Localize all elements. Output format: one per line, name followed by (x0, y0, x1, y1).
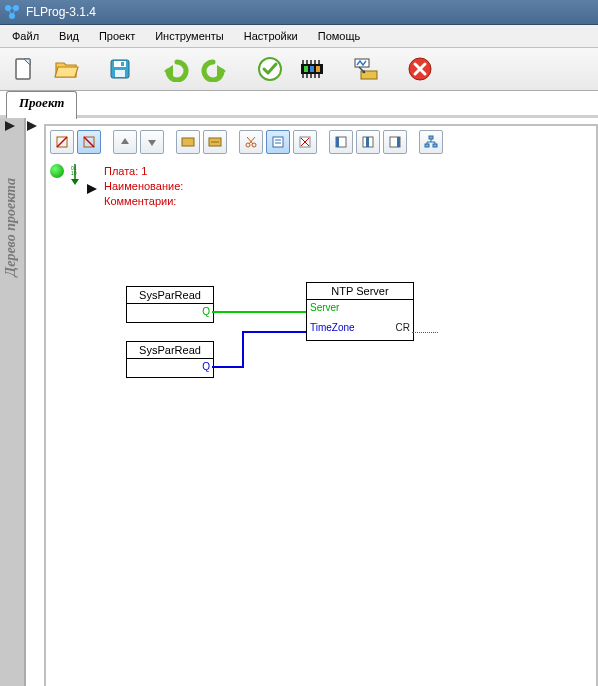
svg-rect-48 (273, 137, 283, 147)
app-icon (4, 4, 20, 20)
sidebar: Дерево проекта (0, 118, 26, 686)
svg-marker-33 (5, 121, 15, 131)
undo-button[interactable] (154, 50, 194, 88)
ct-move-down[interactable] (140, 130, 164, 154)
ct-page-prev[interactable] (356, 130, 380, 154)
name-label: Наименование: (104, 179, 183, 194)
open-button[interactable] (46, 50, 86, 88)
new-button[interactable] (4, 50, 44, 88)
tab-project[interactable]: Проект (6, 91, 77, 119)
play-right-icon (86, 184, 98, 196)
svg-marker-39 (121, 138, 129, 144)
binary-down-icon: 01 10 (68, 164, 82, 186)
block-title: SysParRead (127, 287, 213, 304)
ct-move-up[interactable] (113, 130, 137, 154)
save-button[interactable] (100, 50, 140, 88)
svg-rect-9 (114, 61, 126, 67)
svg-rect-55 (336, 137, 339, 147)
menu-project[interactable]: Проект (89, 27, 145, 45)
canvas[interactable]: 01 10 Плата: 1 Наименование: Комментарии… (44, 124, 598, 686)
svg-rect-11 (121, 62, 124, 66)
block-sysparread-2[interactable]: SysParRead Q (126, 341, 214, 378)
wire-stub (412, 332, 438, 333)
svg-text:10: 10 (71, 170, 77, 176)
svg-rect-62 (433, 144, 437, 147)
sidebar-label: Дерево проекта (3, 178, 19, 276)
menu-file[interactable]: Файл (2, 27, 49, 45)
block-title: SysParRead (127, 342, 213, 359)
ct-board-b[interactable] (203, 130, 227, 154)
svg-rect-61 (425, 144, 429, 147)
svg-rect-59 (397, 137, 400, 147)
status-dot-icon (50, 164, 64, 178)
wire-green (212, 311, 306, 313)
svg-marker-34 (27, 121, 37, 131)
pin-q: Q (202, 361, 210, 372)
svg-rect-57 (366, 137, 369, 147)
ct-compile-enable[interactable] (77, 130, 101, 154)
svg-rect-10 (115, 70, 125, 77)
block-title: NTP Server (307, 283, 413, 300)
block-sysparread-1[interactable]: SysParRead Q (126, 286, 214, 323)
panel-arrow-icon[interactable] (25, 120, 39, 134)
check-button[interactable] (250, 50, 290, 88)
ct-tree[interactable] (419, 130, 443, 154)
pin-timezone: TimeZone (310, 322, 355, 333)
block-ntp-server[interactable]: NTP Server Server TimeZone CR (306, 282, 414, 341)
info-block: 01 10 Плата: 1 Наименование: Комментарии… (46, 158, 596, 215)
menu-settings[interactable]: Настройки (234, 27, 308, 45)
menu-help[interactable]: Помощь (308, 27, 371, 45)
sidebar-arrow-right-icon[interactable] (3, 120, 17, 134)
main-toolbar (0, 48, 598, 91)
wire-blue-1 (212, 366, 244, 368)
svg-rect-60 (429, 136, 433, 139)
wire-blue-3 (242, 331, 306, 333)
menu-tools[interactable]: Инструменты (145, 27, 234, 45)
ct-del-note[interactable] (293, 130, 317, 154)
svg-rect-41 (182, 138, 194, 146)
redo-button[interactable] (196, 50, 236, 88)
pin-server: Server (310, 302, 339, 313)
upload-button[interactable] (346, 50, 386, 88)
ct-cut[interactable] (239, 130, 263, 154)
svg-line-38 (84, 137, 94, 147)
svg-line-36 (57, 137, 67, 147)
diagram[interactable]: SysParRead Q SysParRead Q NTP Server Ser… (96, 246, 576, 446)
pin-cr: CR (396, 322, 410, 333)
ct-compile-disable[interactable] (50, 130, 74, 154)
pin-q: Q (202, 306, 210, 317)
canvas-toolbar (46, 126, 596, 158)
titlebar: FLProg-3.1.4 (0, 0, 598, 25)
board-value: 1 (141, 165, 147, 177)
window-title: FLProg-3.1.4 (26, 5, 96, 19)
ct-page-next[interactable] (383, 130, 407, 154)
compile-button[interactable] (292, 50, 332, 88)
menubar: Файл Вид Проект Инструменты Настройки По… (0, 25, 598, 48)
svg-marker-40 (148, 140, 156, 146)
ct-board-a[interactable] (176, 130, 200, 154)
tab-strip: Проект (0, 91, 598, 118)
ct-note[interactable] (266, 130, 290, 154)
comment-label: Комментарии: (104, 194, 183, 209)
wire-blue-2 (242, 331, 244, 368)
svg-rect-17 (310, 66, 314, 72)
board-label: Плата: (104, 165, 138, 177)
menu-view[interactable]: Вид (49, 27, 89, 45)
svg-marker-71 (87, 184, 97, 194)
svg-rect-16 (304, 66, 308, 72)
svg-rect-18 (316, 66, 320, 72)
svg-marker-70 (71, 179, 79, 185)
ct-page-first[interactable] (329, 130, 353, 154)
close-button[interactable] (400, 50, 440, 88)
